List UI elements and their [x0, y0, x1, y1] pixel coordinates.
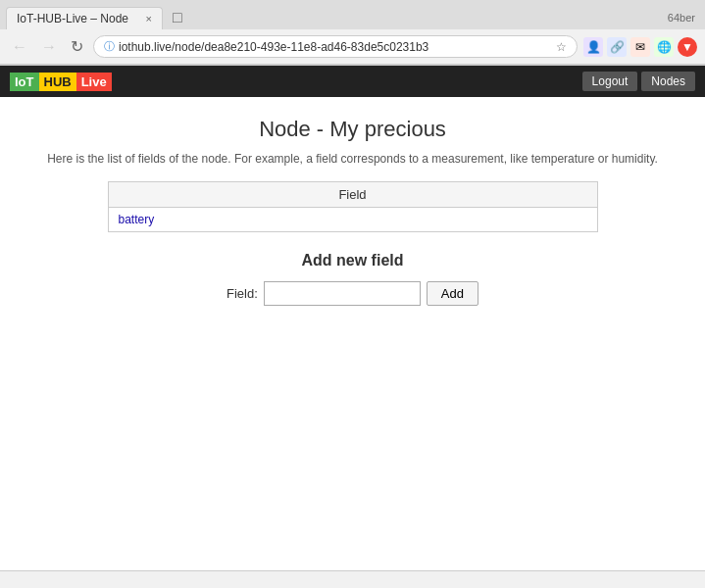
reload-button[interactable]: ↻	[67, 35, 87, 58]
status-bar	[0, 570, 705, 588]
tab-bar: IoT-HUB-Live – Node × □ 64ber	[0, 0, 705, 29]
logout-link[interactable]: Logout	[582, 72, 638, 91]
ext-icon-4[interactable]: 🌐	[654, 37, 674, 57]
field-table: Field battery	[108, 181, 598, 232]
page-description: Here is the list of fields of the node. …	[20, 152, 685, 166]
new-tab-button[interactable]: □	[167, 9, 188, 26]
main-content: Node - My precious Here is the list of f…	[0, 97, 705, 325]
nodes-link[interactable]: Nodes	[641, 72, 695, 91]
brand-live: Live	[76, 73, 112, 91]
brand-hub: HUB	[39, 73, 76, 91]
address-text: iothub.live/node/dea8e210-493e-11e8-ad46…	[119, 40, 550, 54]
app-navbar: IoT HUB Live Logout Nodes	[0, 66, 705, 97]
field-cell: battery	[108, 208, 597, 232]
add-field-form: Field: Add	[20, 281, 685, 306]
page-title: Node - My precious	[20, 117, 685, 142]
ext-icon-2[interactable]: 🔗	[607, 37, 627, 57]
tab-title: IoT-HUB-Live – Node	[17, 12, 138, 25]
tab-close-button[interactable]: ×	[146, 13, 152, 24]
bookmark-icon[interactable]: ☆	[556, 40, 567, 54]
add-field-section: Add new field Field: Add	[20, 252, 685, 306]
nav-links: Logout Nodes	[582, 72, 695, 91]
ext-icon-1[interactable]: 👤	[583, 37, 603, 57]
add-button[interactable]: Add	[427, 281, 478, 306]
browser-chrome: IoT-HUB-Live – Node × □ 64ber ← → ↻ ⓘ io…	[0, 0, 705, 66]
secure-icon: ⓘ	[104, 39, 115, 54]
address-bar[interactable]: ⓘ iothub.live/node/dea8e210-493e-11e8-ad…	[93, 35, 578, 58]
ext-icon-3[interactable]: ✉	[630, 37, 650, 57]
field-column-header: Field	[108, 182, 597, 208]
ext-icon-5[interactable]: ▼	[678, 37, 697, 57]
back-button[interactable]: ←	[8, 36, 31, 58]
extension-icons: 👤 🔗 ✉ 🌐 ▼	[583, 37, 697, 57]
table-row: battery	[108, 208, 597, 232]
brand-iot: IoT	[10, 73, 39, 91]
field-input-label: Field:	[227, 286, 258, 301]
field-link[interactable]: battery	[119, 213, 155, 226]
forward-button[interactable]: →	[37, 36, 61, 58]
brand-logo: IoT HUB Live	[10, 73, 112, 91]
browser-ext-label: 64ber	[668, 12, 699, 24]
browser-tab[interactable]: IoT-HUB-Live – Node ×	[6, 7, 163, 29]
field-input[interactable]	[264, 281, 421, 306]
add-field-title: Add new field	[20, 252, 685, 270]
nav-bar: ← → ↻ ⓘ iothub.live/node/dea8e210-493e-1…	[0, 29, 705, 65]
